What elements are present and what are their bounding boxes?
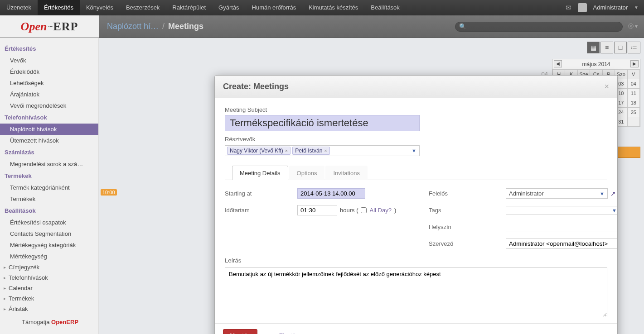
sidebar-item[interactable]: Contacts Segmentation: [0, 228, 98, 239]
menu-gyartas[interactable]: Gyártás: [212, 0, 246, 15]
duration-input[interactable]: [297, 205, 337, 215]
messages-icon[interactable]: ✉: [566, 4, 571, 12]
sidebar-item[interactable]: Árajánlatok: [0, 89, 98, 100]
remove-tag-icon[interactable]: ×: [285, 148, 288, 153]
starting-label: Starting at: [225, 190, 293, 197]
search-icon: 🔍: [459, 23, 466, 30]
tab-options[interactable]: Options: [289, 166, 325, 180]
caret-right-icon: ▸: [4, 265, 6, 270]
dialog-title: Create: Meetings: [223, 82, 604, 91]
or-text: vagy: [262, 332, 274, 334]
close-icon[interactable]: ×: [604, 82, 609, 91]
sidebar-footer: Támogatja OpenERP: [0, 314, 98, 325]
chevron-down-icon: ▼: [600, 191, 605, 196]
sidebar-item[interactable]: Értékesítési csapatok: [0, 217, 98, 228]
discard-link[interactable]: Elvetés: [279, 332, 298, 334]
sidebar-expandable[interactable]: ▸Calendar: [0, 283, 98, 293]
user-menu[interactable]: Administrator: [593, 4, 628, 11]
tags-label: Tags: [429, 207, 501, 214]
caret-right-icon: ▸: [4, 286, 6, 291]
search-clear-icon[interactable]: ⓧ ▾: [628, 23, 638, 30]
menu-uzenetek[interactable]: Üzenetek: [0, 0, 38, 15]
sidebar-section: Számlázás: [0, 146, 98, 158]
logo[interactable]: Open〰ERP: [0, 15, 99, 38]
caret-right-icon: ▸: [4, 296, 6, 301]
chevron-down-icon: ▼: [612, 208, 617, 213]
openerp-link[interactable]: OpenERP: [51, 319, 78, 325]
allday-suffix: ): [394, 207, 396, 214]
menu-konyveles[interactable]: Könyvelés: [80, 0, 120, 15]
remove-tag-icon[interactable]: ×: [324, 148, 327, 153]
menu-hr[interactable]: Humán erőforrás: [246, 0, 303, 15]
description-input[interactable]: [225, 267, 607, 317]
location-label: Helyszín: [429, 224, 501, 230]
participants-input[interactable]: Nagy Viktor (Vevő Kft)× Pető István× ▼: [225, 145, 420, 156]
sidebar-section: Értékesítés: [0, 43, 98, 55]
sidebar-item[interactable]: Érdeklődők: [0, 66, 98, 77]
participants-label: Résztvevők: [225, 136, 607, 143]
chevron-down-icon[interactable]: ▼: [412, 148, 416, 153]
allday-checkbox[interactable]: [361, 207, 367, 213]
organizer-label: Szervező: [429, 240, 501, 247]
participant-tag[interactable]: Nagy Viktor (Vevő Kft)×: [227, 147, 291, 155]
sidebar-expandable[interactable]: ▸Címjegyzék: [0, 262, 98, 272]
main-area: ▦ ≡ □ ≔ 10:00 04 11 18 25 01 ◀ május 201…: [99, 38, 644, 334]
menu-ertekesites[interactable]: Értékesítés: [38, 0, 80, 15]
sidebar-item[interactable]: Vevők: [0, 55, 98, 66]
save-button[interactable]: Mentés: [223, 329, 257, 334]
menu-beszerzesek[interactable]: Beszerzések: [120, 0, 166, 15]
sidebar-item[interactable]: Mértékegység: [0, 251, 98, 262]
breadcrumb-current: Meetings: [168, 22, 203, 31]
tab-meeting-details[interactable]: Meeting Details: [232, 166, 288, 180]
caret-right-icon: ▸: [4, 275, 6, 280]
menu-kimutatas[interactable]: Kimutatás készítés: [302, 0, 364, 15]
sidebar-expandable[interactable]: ▸Árlisták: [0, 304, 98, 314]
sidebar-item[interactable]: Megrendelési sorok a szá…: [0, 158, 98, 170]
starting-input[interactable]: [297, 188, 365, 199]
external-link-icon[interactable]: ↗: [610, 190, 616, 197]
top-menu: Üzenetek Értékesítés Könyvelés Beszerzés…: [0, 0, 406, 15]
tabs: Meeting Details Options Invitations: [225, 165, 607, 180]
sidebar-item[interactable]: Vevői megrendelések: [0, 100, 98, 111]
tab-invitations[interactable]: Invitations: [325, 166, 368, 180]
tags-select[interactable]: ▼: [506, 206, 617, 215]
caret-right-icon: ▸: [4, 306, 6, 311]
sidebar-item[interactable]: Lehetőségek: [0, 77, 98, 89]
sidebar-expandable[interactable]: ▸Telefonhívások: [0, 272, 98, 283]
create-meeting-dialog: Create: Meetings × Meeting Subject Részt…: [214, 75, 618, 334]
sidebar-section: Beállítások: [0, 205, 98, 217]
sidebar-item-logged-calls[interactable]: Naplózott hívások: [0, 124, 98, 135]
participant-tag[interactable]: Pető István×: [292, 147, 329, 155]
sidebar: Értékesítés Vevők Érdeklődők Lehetőségek…: [0, 38, 99, 334]
avatar[interactable]: [578, 3, 587, 12]
sidebar-section: Termékek: [0, 170, 98, 182]
search-input[interactable]: 🔍: [455, 22, 623, 32]
subject-input[interactable]: [225, 115, 420, 131]
description-label: Leírás: [225, 257, 607, 264]
organizer-input[interactable]: [506, 239, 617, 249]
sidebar-item[interactable]: Mértékegység kategóriák: [0, 239, 98, 251]
responsible-select[interactable]: Administrator▼: [506, 188, 608, 199]
responsible-label: Felelős: [429, 190, 501, 197]
duration-label: Időtartam: [225, 207, 293, 214]
sidebar-item[interactable]: Termékek: [0, 193, 98, 205]
breadcrumb: Naplózott hí… / Meetings: [99, 22, 455, 31]
breadcrumb-link[interactable]: Naplózott hí…: [107, 22, 159, 31]
subject-label: Meeting Subject: [225, 106, 607, 113]
sidebar-section: Telefonhívások: [0, 111, 98, 124]
sidebar-item[interactable]: Termék kategóriánként: [0, 182, 98, 193]
menu-beallitasok[interactable]: Beállítások: [364, 0, 406, 15]
sidebar-expandable[interactable]: ▸Termékek: [0, 293, 98, 304]
duration-unit: hours (: [340, 207, 358, 214]
location-input[interactable]: [506, 222, 617, 232]
sidebar-item[interactable]: Ütemezett hívások: [0, 135, 98, 146]
allday-label[interactable]: All Day?: [369, 207, 391, 214]
menu-raktar[interactable]: Raktárépület: [166, 0, 212, 15]
chevron-down-icon[interactable]: ▼: [634, 5, 639, 10]
